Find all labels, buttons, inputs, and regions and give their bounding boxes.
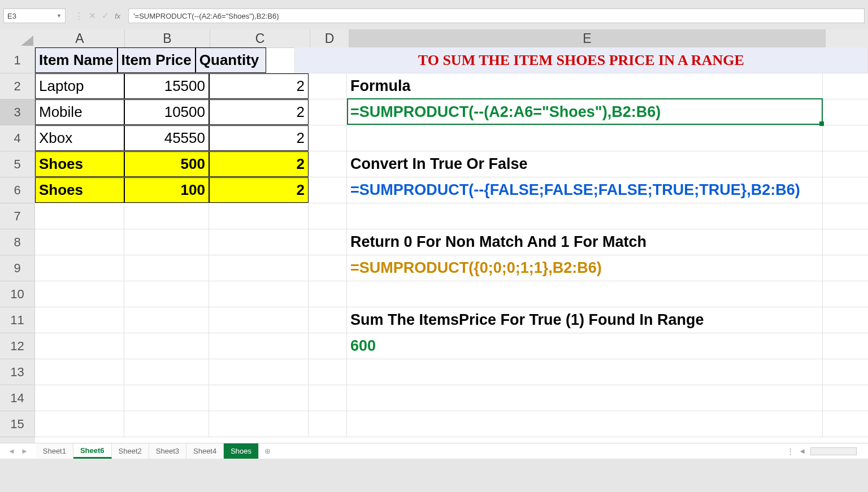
cell-C3[interactable]: 2 — [209, 99, 309, 125]
cell-A9[interactable] — [35, 255, 124, 281]
cell-C4[interactable]: 2 — [209, 125, 309, 151]
cell-B11[interactable] — [124, 307, 209, 333]
cell-D5[interactable] — [309, 151, 347, 177]
cell-D12[interactable] — [309, 333, 347, 359]
cell-D7[interactable] — [309, 203, 347, 229]
cell-D9[interactable] — [309, 255, 347, 281]
row-header-3[interactable]: 3 — [0, 99, 35, 125]
cell-A14[interactable] — [35, 385, 124, 411]
cell-C1[interactable]: Quantity — [196, 47, 266, 73]
cell-E6[interactable]: =SUMPRODUCT(--{FALSE;FALSE;FALSE;TRUE;TR… — [347, 177, 823, 203]
cell-E10[interactable] — [347, 281, 823, 307]
scroll-track[interactable] — [810, 447, 857, 455]
row-header-7[interactable]: 7 — [0, 203, 35, 229]
cell-E3[interactable]: =SUMPRODUCT(--(A2:A6="Shoes"),B2:B6) — [347, 99, 823, 125]
cell-D1[interactable] — [266, 47, 295, 73]
cell-D15[interactable] — [309, 411, 347, 437]
cell-C7[interactable] — [209, 203, 309, 229]
cell-B9[interactable] — [124, 255, 209, 281]
cell-B12[interactable] — [124, 333, 209, 359]
cell-D14[interactable] — [309, 385, 347, 411]
cell-C5[interactable]: 2 — [209, 151, 309, 177]
row-header-1[interactable]: 1 — [0, 47, 35, 73]
cell-D8[interactable] — [309, 229, 347, 255]
cell-C12[interactable] — [209, 333, 309, 359]
cell-B7[interactable] — [124, 203, 209, 229]
cell-C14[interactable] — [209, 385, 309, 411]
col-header-C[interactable]: C — [210, 29, 310, 47]
cell-E14[interactable] — [347, 385, 823, 411]
sheet-tab-sheet6[interactable]: Sheet6 — [73, 443, 112, 459]
cancel-icon[interactable]: ✕ — [89, 11, 96, 21]
cell-E15[interactable] — [347, 411, 823, 437]
cell-E12[interactable]: 600 — [347, 333, 823, 359]
row-header-14[interactable]: 14 — [0, 385, 35, 411]
cell-A3[interactable]: Mobile — [35, 99, 124, 125]
cell-E1[interactable]: TO SUM THE ITEM SHOES PRICE IN A RANGE — [295, 47, 868, 73]
cell-A6[interactable]: Shoes — [35, 177, 124, 203]
cell-D6[interactable] — [309, 177, 347, 203]
add-sheet-button[interactable]: ⊕ — [259, 443, 276, 459]
name-box-dropdown-icon[interactable]: ▼ — [57, 13, 62, 19]
cell-A2[interactable]: Laptop — [35, 73, 124, 99]
cell-D10[interactable] — [309, 281, 347, 307]
cell-B6[interactable]: 100 — [124, 177, 209, 203]
insert-function-icon[interactable]: fx — [115, 12, 120, 20]
cell-A4[interactable]: Xbox — [35, 125, 124, 151]
cell-B4[interactable]: 45550 — [124, 125, 209, 151]
sheet-tab-shoes[interactable]: Shoes — [224, 443, 259, 459]
sheet-tab-sheet4[interactable]: Sheet4 — [186, 443, 224, 459]
cell-C2[interactable]: 2 — [209, 73, 309, 99]
cell-D3[interactable] — [309, 99, 347, 125]
cell-A1[interactable]: Item Name — [35, 47, 118, 73]
cell-B1[interactable]: Item Price — [118, 47, 196, 73]
sheet-tab-sheet2[interactable]: Sheet2 — [112, 443, 149, 459]
cell-D11[interactable] — [309, 307, 347, 333]
cell-E2[interactable]: Formula — [347, 73, 823, 99]
cell-A15[interactable] — [35, 411, 124, 437]
cell-C10[interactable] — [209, 281, 309, 307]
row-header-10[interactable]: 10 — [0, 281, 35, 307]
scroll-left-icon[interactable]: ◄ — [798, 447, 806, 455]
cell-C15[interactable] — [209, 411, 309, 437]
select-all-button[interactable] — [0, 29, 36, 48]
cell-E8[interactable]: Return 0 For Non Match And 1 For Match — [347, 229, 823, 255]
cell-A12[interactable] — [35, 333, 124, 359]
cell-C8[interactable] — [209, 229, 309, 255]
tab-nav-prev-icon[interactable]: ◄ — [8, 447, 15, 455]
formula-bar-handle-icon[interactable]: ⋮ — [75, 11, 83, 21]
row-header-12[interactable]: 12 — [0, 333, 35, 359]
cell-D4[interactable] — [309, 125, 347, 151]
col-header-A[interactable]: A — [35, 29, 125, 47]
cell-D2[interactable] — [309, 73, 347, 99]
formula-input[interactable]: '=SUMPRODUCT(--(A2:A6="Shoes"),B2:B6) — [128, 8, 865, 23]
tab-nav-next-icon[interactable]: ► — [21, 447, 28, 455]
cell-C9[interactable] — [209, 255, 309, 281]
cell-B13[interactable] — [124, 359, 209, 385]
cell-C11[interactable] — [209, 307, 309, 333]
row-header-2[interactable]: 2 — [0, 73, 35, 99]
cell-A8[interactable] — [35, 229, 124, 255]
row-header-15[interactable]: 15 — [0, 411, 35, 437]
cell-E7[interactable] — [347, 203, 823, 229]
cell-E13[interactable] — [347, 359, 823, 385]
cell-E4[interactable] — [347, 125, 823, 151]
cell-A7[interactable] — [35, 203, 124, 229]
cell-E5[interactable]: Convert In True Or False — [347, 151, 823, 177]
cell-B14[interactable] — [124, 385, 209, 411]
cell-C6[interactable]: 2 — [209, 177, 309, 203]
cell-A10[interactable] — [35, 281, 124, 307]
scroll-handle-icon[interactable]: ⋮ — [787, 447, 794, 455]
sheet-tab-sheet3[interactable]: Sheet3 — [149, 443, 186, 459]
cell-B8[interactable] — [124, 229, 209, 255]
cell-B15[interactable] — [124, 411, 209, 437]
row-header-11[interactable]: 11 — [0, 307, 35, 333]
cell-A13[interactable] — [35, 359, 124, 385]
cell-C13[interactable] — [209, 359, 309, 385]
cell-B5[interactable]: 500 — [124, 151, 209, 177]
cell-B3[interactable]: 10500 — [124, 99, 209, 125]
cell-B2[interactable]: 15500 — [124, 73, 209, 99]
cell-A5[interactable]: Shoes — [35, 151, 124, 177]
row-header-13[interactable]: 13 — [0, 359, 35, 385]
col-header-D[interactable]: D — [310, 29, 349, 47]
